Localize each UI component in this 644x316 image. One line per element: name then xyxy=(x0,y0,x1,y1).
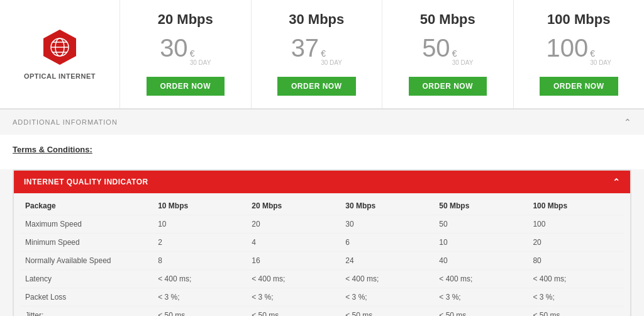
row-value: 6 xyxy=(340,233,434,251)
row-value: < 3 %; xyxy=(340,288,434,306)
quality-indicator-title: INTERNET QUALITY INDICATOR xyxy=(24,178,148,186)
pricing-card-30mbps: 30 Mbps 37 € 30 DAY ORDER NOW xyxy=(251,0,382,108)
table-row: Jitter:< 50 ms.< 50 ms.< 50 ms.< 50 ms.<… xyxy=(20,306,624,316)
table-row: Minimum Speed2461020 xyxy=(20,233,624,251)
row-label: Packet Loss xyxy=(20,288,153,306)
card-speed: 30 Mbps xyxy=(289,11,344,28)
pricing-section: OPTICAL INTERNET 20 Mbps 30 € 30 DAY ORD… xyxy=(0,0,644,109)
col-10mbps: 10 Mbps xyxy=(153,197,247,215)
card-price-period: 30 DAY xyxy=(590,59,611,67)
row-value: 50 xyxy=(434,215,528,233)
card-price-details: € 30 DAY xyxy=(590,48,611,67)
pricing-card-100mbps: 100 Mbps 100 € 30 DAY ORDER NOW xyxy=(513,0,645,108)
row-value: 10 xyxy=(153,215,247,233)
card-price-currency: € xyxy=(321,48,342,59)
row-value: < 50 ms. xyxy=(528,306,624,316)
card-price-main: 100 xyxy=(547,34,589,62)
table-header-row: Package 10 Mbps 20 Mbps 30 Mbps 50 Mbps … xyxy=(20,197,624,215)
card-speed: 50 Mbps xyxy=(420,11,475,28)
card-price-period: 30 DAY xyxy=(321,59,342,67)
card-price-main: 37 xyxy=(291,34,319,62)
card-speed: 20 Mbps xyxy=(158,11,213,28)
row-value: 24 xyxy=(340,251,434,269)
additional-info-label: ADDITIONAL INFORMATION xyxy=(13,118,118,126)
pricing-card-20mbps: 20 Mbps 30 € 30 DAY ORDER NOW xyxy=(119,0,251,108)
pricing-cards: 20 Mbps 30 € 30 DAY ORDER NOW 30 Mbps 37… xyxy=(119,0,644,108)
row-value: < 3 %; xyxy=(153,288,247,306)
col-20mbps: 20 Mbps xyxy=(247,197,340,215)
card-price-main: 50 xyxy=(422,34,450,62)
card-price-main: 30 xyxy=(160,34,188,62)
card-price-row: 100 € 30 DAY xyxy=(547,34,611,67)
row-value: < 3 %; xyxy=(247,288,340,306)
row-value: < 400 ms; xyxy=(434,269,528,288)
additional-info-header[interactable]: ADDITIONAL INFORMATION ⌃ xyxy=(0,109,644,135)
row-value: 20 xyxy=(528,233,624,251)
order-button-50mbps[interactable]: ORDER NOW xyxy=(409,77,487,96)
quality-header-chevron-icon: ⌃ xyxy=(613,177,621,187)
row-value: < 400 ms; xyxy=(247,269,340,288)
row-value: 100 xyxy=(528,215,624,233)
terms-title: Terms & Conditions: xyxy=(13,145,631,154)
col-50mbps: 50 Mbps xyxy=(434,197,528,215)
chevron-up-icon: ⌃ xyxy=(624,117,631,127)
col-100mbps: 100 Mbps xyxy=(528,197,624,215)
table-row: Latency< 400 ms;< 400 ms;< 400 ms;< 400 … xyxy=(20,269,624,288)
card-speed: 100 Mbps xyxy=(547,11,610,28)
card-price-period: 30 DAY xyxy=(190,59,211,67)
terms-section: Terms & Conditions: xyxy=(0,135,644,169)
card-price-details: € 30 DAY xyxy=(190,48,211,67)
row-value: 80 xyxy=(528,251,624,269)
row-label: Latency xyxy=(20,269,153,288)
row-value: 20 xyxy=(247,215,340,233)
row-label: Maximum Speed xyxy=(20,215,153,233)
card-price-currency: € xyxy=(190,48,211,59)
logo-hexagon xyxy=(41,28,79,66)
row-value: 8 xyxy=(153,251,247,269)
order-button-100mbps[interactable]: ORDER NOW xyxy=(540,77,618,96)
row-value: < 50 ms. xyxy=(247,306,340,316)
logo-text: OPTICAL INTERNET xyxy=(24,72,96,80)
card-price-row: 30 € 30 DAY xyxy=(160,34,211,67)
pricing-card-50mbps: 50 Mbps 50 € 30 DAY ORDER NOW xyxy=(382,0,513,108)
card-price-period: 30 DAY xyxy=(452,59,474,67)
row-value: < 50 ms. xyxy=(340,306,434,316)
card-price-details: € 30 DAY xyxy=(321,48,342,67)
logo-area: OPTICAL INTERNET xyxy=(0,0,119,108)
row-value: < 400 ms; xyxy=(153,269,247,288)
col-30mbps: 30 Mbps xyxy=(340,197,434,215)
row-value: < 50 ms. xyxy=(153,306,247,316)
row-value: < 400 ms; xyxy=(528,269,624,288)
quality-indicator-box: INTERNET QUALITY INDICATOR ⌃ Package 10 … xyxy=(13,169,631,316)
row-value: < 50 ms. xyxy=(434,306,528,316)
col-package: Package xyxy=(20,197,153,215)
row-label: Minimum Speed xyxy=(20,233,153,251)
row-value: 4 xyxy=(247,233,340,251)
card-price-currency: € xyxy=(452,48,474,59)
quality-table-wrapper: Package 10 Mbps 20 Mbps 30 Mbps 50 Mbps … xyxy=(14,193,630,316)
table-row: Normally Available Speed816244080 xyxy=(20,251,624,269)
row-value: 16 xyxy=(247,251,340,269)
table-row: Packet Loss< 3 %;< 3 %;< 3 %;< 3 %;< 3 %… xyxy=(20,288,624,306)
quality-indicator-header[interactable]: INTERNET QUALITY INDICATOR ⌃ xyxy=(14,171,630,193)
row-value: 10 xyxy=(434,233,528,251)
row-value: < 3 %; xyxy=(434,288,528,306)
order-button-30mbps[interactable]: ORDER NOW xyxy=(277,77,356,96)
row-value: < 3 %; xyxy=(528,288,624,306)
row-value: 30 xyxy=(340,215,434,233)
row-value: 40 xyxy=(434,251,528,269)
row-label: Normally Available Speed xyxy=(20,251,153,269)
table-row: Maximum Speed10203050100 xyxy=(20,215,624,233)
quality-table: Package 10 Mbps 20 Mbps 30 Mbps 50 Mbps … xyxy=(20,197,624,316)
row-value: 2 xyxy=(153,233,247,251)
card-price-row: 50 € 30 DAY xyxy=(422,34,473,67)
order-button-20mbps[interactable]: ORDER NOW xyxy=(147,77,225,96)
card-price-details: € 30 DAY xyxy=(452,48,474,67)
row-value: < 400 ms; xyxy=(340,269,434,288)
card-price-currency: € xyxy=(590,48,611,59)
row-label: Jitter: xyxy=(20,306,153,316)
card-price-row: 37 € 30 DAY xyxy=(291,34,342,67)
